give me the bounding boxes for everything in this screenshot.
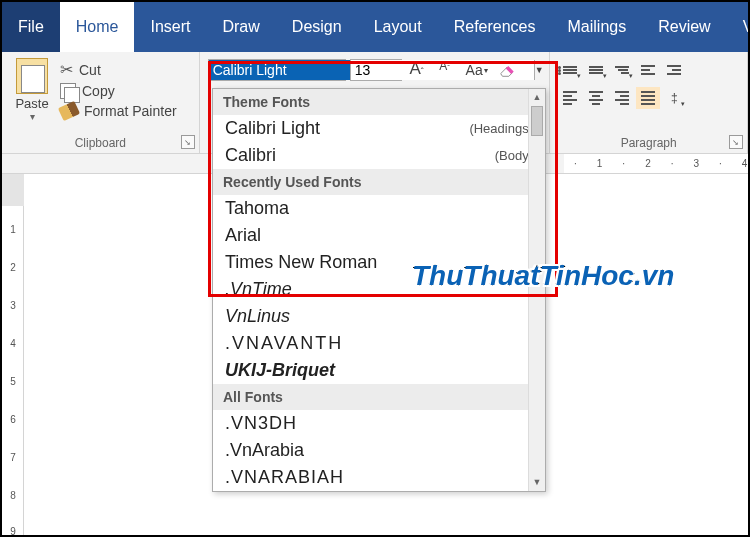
tab-layout[interactable]: Layout: [358, 2, 438, 52]
scroll-thumb[interactable]: [531, 106, 543, 136]
clear-formatting-button[interactable]: [496, 59, 518, 81]
font-option-name: Calibri Light: [225, 118, 320, 139]
clipboard-dialog-launcher[interactable]: ↘: [181, 135, 195, 149]
font-size-dropdown-button[interactable]: ▼: [534, 60, 544, 80]
scissors-icon: ✂: [60, 60, 73, 79]
brush-icon: [58, 101, 80, 121]
font-option[interactable]: .VnArabia: [213, 437, 545, 464]
tab-mailings[interactable]: Mailings: [552, 2, 643, 52]
copy-label: Copy: [82, 83, 115, 99]
scroll-down-arrow[interactable]: ▼: [529, 474, 545, 491]
font-option[interactable]: UKIJ-Briquet: [213, 357, 545, 384]
shrink-font-button[interactable]: Aˇ: [432, 59, 458, 81]
font-option-name: UKIJ-Briquet: [225, 360, 335, 381]
tab-design[interactable]: Design: [276, 2, 358, 52]
font-name-combobox[interactable]: ▼: [208, 59, 346, 81]
change-case-button[interactable]: Aa: [460, 59, 494, 81]
font-option-name: Tahoma: [225, 198, 289, 219]
justify-button[interactable]: [636, 87, 660, 109]
group-paragraph: ‡ Paragraph ↘: [550, 52, 748, 153]
paragraph-group-label: Paragraph: [550, 136, 747, 150]
font-option-name: Arial: [225, 225, 261, 246]
paragraph-dialog-launcher[interactable]: ↘: [729, 135, 743, 149]
font-option-name: .VnArabia: [225, 440, 304, 461]
font-option[interactable]: Calibri Light(Headings): [213, 115, 545, 142]
format-painter-button[interactable]: Format Painter: [60, 103, 191, 119]
align-right-button[interactable]: [610, 87, 634, 109]
numbering-button[interactable]: [584, 59, 608, 81]
copy-button[interactable]: Copy: [60, 83, 191, 99]
multilevel-list-button[interactable]: [610, 59, 634, 81]
paste-icon[interactable]: [16, 58, 48, 94]
group-clipboard: Paste ▾ ✂ Cut Copy Format Painter Clipbo…: [2, 52, 200, 153]
decrease-indent-button[interactable]: [636, 59, 660, 81]
font-option[interactable]: Arial: [213, 222, 545, 249]
font-size-combobox[interactable]: ▼: [350, 59, 402, 81]
theme-fonts-header: Theme Fonts: [213, 89, 545, 115]
align-center-button[interactable]: [584, 87, 608, 109]
font-option-name: .VnTime: [225, 279, 292, 300]
font-option-name: Times New Roman: [225, 252, 377, 273]
recent-fonts-header: Recently Used Fonts: [213, 169, 545, 195]
line-spacing-button[interactable]: ‡: [662, 87, 686, 109]
clipboard-group-label: Clipboard: [2, 136, 199, 150]
tab-view[interactable]: View: [727, 2, 750, 52]
watermark-text: ThuThuatTinHoc.vn: [412, 260, 674, 292]
tab-file[interactable]: File: [2, 2, 60, 52]
cut-label: Cut: [79, 62, 101, 78]
font-option[interactable]: .VN3DH: [213, 410, 545, 437]
tab-review[interactable]: Review: [642, 2, 726, 52]
font-option-name: .VNAVANTH: [225, 333, 343, 354]
font-option-name: .VN3DH: [225, 413, 297, 434]
format-painter-label: Format Painter: [84, 103, 177, 119]
font-option[interactable]: .VNAVANTH: [213, 330, 545, 357]
eraser-icon: [498, 61, 516, 79]
font-option[interactable]: .VNARABIAH: [213, 464, 545, 491]
font-option-name: .VNARABIAH: [225, 467, 344, 488]
font-option[interactable]: Calibri(Body): [213, 142, 545, 169]
align-left-button[interactable]: [558, 87, 582, 109]
tab-insert[interactable]: Insert: [134, 2, 206, 52]
vertical-ruler[interactable]: 1 2 3 4 5 6 7 8 9: [2, 174, 24, 535]
all-fonts-header: All Fonts: [213, 384, 545, 410]
tab-home[interactable]: Home: [60, 2, 135, 52]
cut-button[interactable]: ✂ Cut: [60, 60, 191, 79]
font-option[interactable]: VnLinus: [213, 303, 545, 330]
font-option[interactable]: Tahoma: [213, 195, 545, 222]
tab-draw[interactable]: Draw: [206, 2, 275, 52]
font-option-name: Calibri: [225, 145, 276, 166]
increase-indent-button[interactable]: [662, 59, 686, 81]
grow-font-button[interactable]: Aˆ: [404, 59, 430, 81]
ribbon-tab-bar: File Home Insert Draw Design Layout Refe…: [2, 2, 748, 52]
bullets-button[interactable]: [558, 59, 582, 81]
scroll-up-arrow[interactable]: ▲: [529, 89, 545, 106]
font-option-name: VnLinus: [225, 306, 290, 327]
paste-button[interactable]: Paste: [15, 96, 48, 111]
tab-references[interactable]: References: [438, 2, 552, 52]
font-option-hint: (Headings): [469, 121, 533, 136]
horizontal-ruler-scale: ·1·2·3·4: [564, 154, 748, 173]
copy-icon: [60, 83, 76, 99]
paste-dropdown[interactable]: ▾: [30, 111, 35, 122]
